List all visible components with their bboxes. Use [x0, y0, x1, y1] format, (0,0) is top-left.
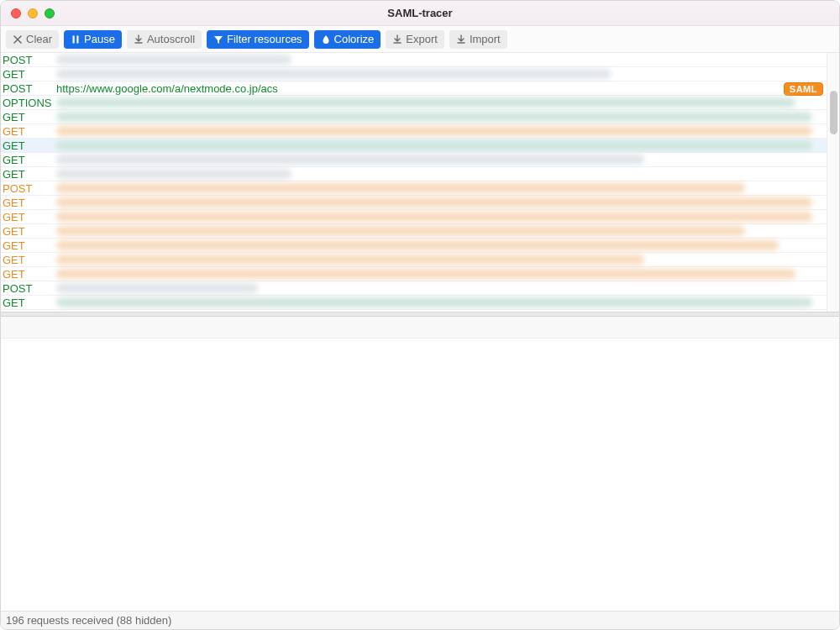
redacted-url — [56, 197, 812, 207]
status-text: 196 requests received (88 hidden) — [6, 614, 171, 627]
filter-resources-button[interactable]: Filter resources — [207, 30, 309, 49]
colorize-label: Colorize — [334, 33, 375, 45]
http-method: OPTIONS — [1, 97, 56, 109]
request-row[interactable]: GET — [1, 253, 827, 267]
http-method: GET — [1, 197, 56, 209]
redacted-url — [56, 183, 745, 193]
http-method: GET — [1, 139, 56, 152]
redacted-url — [56, 240, 779, 250]
autoscroll-label: Autoscroll — [147, 33, 195, 45]
export-label: Export — [406, 33, 438, 45]
redacted-url — [56, 169, 291, 179]
request-row[interactable]: GET — [1, 196, 827, 210]
request-row[interactable]: POST — [1, 281, 827, 296]
autoscroll-button[interactable]: Autoscroll — [127, 30, 202, 49]
redacted-url — [56, 112, 812, 122]
pause-icon — [71, 34, 81, 45]
http-method: GET — [1, 68, 56, 81]
http-method: GET — [1, 111, 56, 123]
http-method: GET — [1, 211, 56, 223]
redacted-url — [56, 297, 812, 307]
request-row[interactable]: GET — [1, 224, 827, 239]
request-row[interactable]: POSThttps://www.google.com/a/nextmode.co… — [1, 81, 827, 96]
scrollbar-thumb[interactable] — [830, 91, 837, 134]
detail-pane — [1, 339, 839, 611]
request-rows[interactable]: POSTGETPOSThttps://www.google.com/a/next… — [1, 53, 827, 312]
import-icon — [456, 34, 466, 45]
window-controls — [1, 8, 55, 18]
http-method: GET — [1, 168, 56, 181]
http-method: POST — [1, 182, 56, 195]
import-button[interactable]: Import — [449, 30, 507, 49]
filter-label: Filter resources — [227, 33, 302, 45]
http-method: GET — [1, 239, 56, 252]
redacted-url — [56, 97, 795, 108]
request-row[interactable]: GET — [1, 210, 827, 224]
request-row[interactable]: GET — [1, 153, 827, 167]
zoom-icon[interactable] — [45, 8, 55, 18]
request-url: https://www.google.com/a/nextmode.co.jp/… — [56, 82, 278, 95]
pause-label: Pause — [84, 33, 115, 45]
http-method: POST — [1, 282, 56, 295]
redacted-url — [56, 226, 745, 236]
close-icon[interactable] — [11, 8, 21, 18]
import-label: Import — [470, 33, 501, 45]
toolbar: Clear Pause Autoscroll Filter resources … — [1, 26, 839, 53]
detail-tabs — [1, 317, 839, 339]
app-window: SAML-tracer Clear Pause Autoscroll Filte… — [0, 0, 840, 630]
request-row[interactable]: GET — [1, 110, 827, 124]
redacted-url — [56, 69, 611, 79]
http-method: GET — [1, 297, 56, 309]
redacted-url — [56, 255, 644, 265]
svg-rect-0 — [73, 35, 75, 43]
svg-rect-1 — [76, 35, 78, 43]
vertical-scrollbar[interactable] — [827, 53, 839, 312]
redacted-url — [56, 283, 258, 293]
redacted-url — [56, 212, 812, 222]
clear-button[interactable]: Clear — [6, 30, 59, 49]
request-row[interactable]: OPTIONS — [1, 96, 827, 110]
http-method: POST — [1, 54, 56, 66]
status-bar: 196 requests received (88 hidden) — [1, 611, 839, 629]
colorize-button[interactable]: Colorize — [314, 30, 381, 49]
request-row[interactable]: GET — [1, 124, 827, 139]
http-method: GET — [1, 125, 56, 138]
x-icon — [13, 34, 23, 45]
request-row[interactable]: GET — [1, 267, 827, 281]
export-icon — [392, 34, 402, 45]
download-icon — [134, 34, 144, 45]
request-row[interactable]: GET — [1, 139, 827, 153]
redacted-url — [56, 155, 644, 165]
request-list: POSTGETPOSThttps://www.google.com/a/next… — [1, 53, 839, 312]
request-row[interactable]: POST — [1, 53, 827, 67]
request-row[interactable]: GET — [1, 67, 827, 81]
http-method: GET — [1, 254, 56, 266]
request-row[interactable]: POST — [1, 181, 827, 196]
http-method: GET — [1, 225, 56, 238]
redacted-url — [56, 140, 812, 150]
request-row[interactable]: GET — [1, 239, 827, 253]
redacted-url — [56, 126, 812, 136]
redacted-url — [56, 269, 795, 279]
export-button[interactable]: Export — [386, 30, 444, 49]
window-title: SAML-tracer — [1, 7, 839, 19]
titlebar: SAML-tracer — [1, 1, 839, 26]
clear-label: Clear — [26, 33, 52, 45]
http-method: GET — [1, 154, 56, 166]
minimize-icon[interactable] — [28, 8, 38, 18]
http-method: POST — [1, 82, 56, 95]
request-row[interactable]: GET — [1, 296, 827, 310]
droplet-icon — [321, 34, 331, 45]
request-row[interactable]: GET — [1, 167, 827, 181]
redacted-url — [56, 55, 291, 65]
pause-button[interactable]: Pause — [64, 30, 122, 49]
saml-badge: SAML — [784, 82, 823, 96]
http-method: GET — [1, 268, 56, 281]
filter-icon — [213, 34, 223, 45]
